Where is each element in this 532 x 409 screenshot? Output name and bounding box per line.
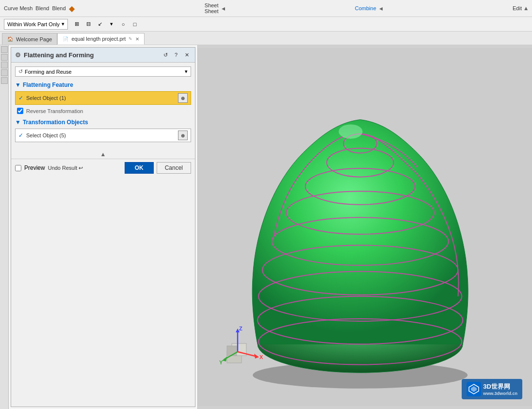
transformation-objects-header[interactable]: ▼ Transformation Objects xyxy=(15,119,191,126)
strip-btn-4[interactable] xyxy=(1,69,8,76)
left-panel: Flattening and Forming xyxy=(9,45,198,409)
blend2-label: Blend xyxy=(52,5,65,11)
flattening-dialog: Flattening and Forming xyxy=(11,47,195,407)
watermark-icon xyxy=(467,382,481,396)
strip-btn-2[interactable] xyxy=(1,54,8,61)
strip-btn-5[interactable] xyxy=(1,77,8,84)
tab-project-edit-icon: ✎ xyxy=(129,36,132,41)
dialog-refresh-icon xyxy=(163,52,168,58)
dialog-gear-icon xyxy=(15,51,21,59)
collapse-arrow[interactable] xyxy=(11,150,195,159)
tab-project-label: equal length project.prt xyxy=(71,36,126,42)
toolbar-icon-orange: ◆ xyxy=(69,4,75,13)
svg-marker-27 xyxy=(471,386,477,392)
select-object-highlighted-row[interactable]: ✓ Select Object (1) ⊕ xyxy=(15,91,191,105)
watermark-sub: www.3dworld.cn xyxy=(483,391,517,396)
transformation-objects-label: Transformation Objects xyxy=(23,119,88,126)
coordinate-axes: Z X Y xyxy=(217,322,266,370)
selector-bar: Within Work Part Only ⊞ ⊟ ↙ ▾ ○ □ xyxy=(0,17,532,32)
dialog-title-text: Flattening and Forming xyxy=(24,51,94,59)
svg-text:Z: Z xyxy=(239,326,242,331)
toolbar-icon-3[interactable]: ↙ xyxy=(95,19,105,29)
tab-close-button[interactable]: ✕ xyxy=(135,36,139,42)
work-part-chevron-icon xyxy=(62,21,64,27)
svg-point-13 xyxy=(339,124,362,139)
forming-dropdown-chevron-icon xyxy=(185,68,188,75)
flattening-feature-header[interactable]: ▼ Flattening Feature xyxy=(15,82,191,88)
dialog-title-group: Flattening and Forming xyxy=(15,51,94,59)
select-object-text: Select Object (1) xyxy=(26,95,175,101)
tab-bar: 🏠 Welcome Page 📄 equal length project.pr… xyxy=(0,32,532,45)
strip-btn-3[interactable] xyxy=(1,62,8,68)
svg-text:Y: Y xyxy=(219,360,223,365)
curve-mesh-label: Curve Mesh xyxy=(4,5,32,11)
transformation-objects-section: ▼ Transformation Objects ✓ Select Object… xyxy=(15,119,191,142)
reverse-transformation-label: Reverse Transformation xyxy=(26,108,83,114)
undo-result-button[interactable]: Undo Result xyxy=(48,165,83,171)
select-object2-text: Select Object (5) xyxy=(26,132,175,138)
strip-btn-1[interactable] xyxy=(1,46,8,53)
toolbar-icon-dropdown[interactable]: ▾ xyxy=(107,19,116,29)
transformation-objects-chevron-icon: ▼ xyxy=(15,119,21,126)
flattening-feature-chevron-icon: ▼ xyxy=(15,82,21,88)
tab-project-icon: 📄 xyxy=(63,36,68,42)
toolbar-icons: ⊞ ⊟ ↙ ▾ ○ □ xyxy=(72,19,140,29)
tab-welcome-icon: 🏠 xyxy=(7,36,13,42)
dialog-header: Flattening and Forming xyxy=(11,48,195,63)
dialog-help-icon xyxy=(175,52,177,58)
forming-refresh-icon: ↺ xyxy=(18,68,23,75)
forming-dropdown[interactable]: ↺ Forming and Reuse xyxy=(15,66,191,77)
left-strip xyxy=(0,45,9,409)
sheet2-label: Sheet xyxy=(205,8,219,14)
sheet-label: Sheet xyxy=(205,2,219,8)
forming-dropdown-value: Forming and Reuse xyxy=(25,69,72,75)
crosshair-icon: ⊕ xyxy=(181,96,185,101)
collapse-up-icon xyxy=(100,151,106,158)
toolbar-icon-1[interactable]: ⊞ xyxy=(72,19,81,29)
edit-label: Edit xyxy=(513,5,522,11)
blend-label: Blend xyxy=(35,5,49,11)
toolbar-icon-4[interactable]: ○ xyxy=(118,19,128,29)
select-object2-crosshair-button[interactable]: ⊕ xyxy=(178,131,188,140)
viewport[interactable]: Z X Y 3D世界网 xyxy=(198,45,532,409)
undo-result-label: Undo Result xyxy=(48,165,78,171)
dialog-refresh-button[interactable] xyxy=(161,50,170,59)
flattening-feature-section: ▼ Flattening Feature ✓ Select Object (1)… xyxy=(15,82,191,115)
toolbar-icon-2[interactable]: ⊟ xyxy=(83,19,93,29)
flattening-feature-label: Flattening Feature xyxy=(23,82,73,88)
work-part-dropdown-value: Within Work Part Only xyxy=(7,21,60,27)
preview-label: Preview xyxy=(24,164,45,171)
dialog-body: ↺ Forming and Reuse ▼ Flattening Feature… xyxy=(11,63,195,150)
select-object-check-icon: ✓ xyxy=(18,95,23,101)
reverse-transformation-row: Reverse Transformation xyxy=(15,107,191,115)
dialog-close-icon xyxy=(185,52,189,58)
footer-left: Preview Undo Result xyxy=(15,164,83,171)
preview-checkbox[interactable] xyxy=(15,165,21,171)
select-object-crosshair-button[interactable]: ⊕ xyxy=(178,93,188,103)
tab-welcome[interactable]: 🏠 Welcome Page xyxy=(2,33,57,45)
dialog-help-button[interactable] xyxy=(172,50,180,59)
svg-marker-24 xyxy=(222,357,227,361)
svg-rect-16 xyxy=(227,346,237,356)
toolbar-icon-5[interactable]: □ xyxy=(130,19,140,29)
undo-icon xyxy=(79,165,83,171)
work-part-dropdown[interactable]: Within Work Part Only xyxy=(4,19,68,30)
cancel-button[interactable]: Cancel xyxy=(157,162,191,174)
forming-dropdown-left: ↺ Forming and Reuse xyxy=(18,68,72,75)
ok-button[interactable]: OK xyxy=(125,162,154,174)
svg-marker-21 xyxy=(254,354,259,359)
tab-project[interactable]: 📄 equal length project.prt ✎ ✕ xyxy=(57,33,145,45)
reverse-transformation-checkbox[interactable] xyxy=(17,108,23,114)
dialog-close-button[interactable] xyxy=(182,50,191,59)
select-object2-check-icon: ✓ xyxy=(18,132,23,139)
main-layout: Flattening and Forming xyxy=(0,45,532,409)
combine-label: Combine xyxy=(355,5,376,11)
tab-welcome-label: Welcome Page xyxy=(16,36,52,42)
watermark-text: 3D世界网 xyxy=(483,382,517,391)
select-object-normal-row[interactable]: ✓ Select Object (5) ⊕ xyxy=(15,129,191,142)
footer-right: OK Cancel xyxy=(125,162,191,174)
crosshair2-icon: ⊕ xyxy=(181,133,185,138)
svg-text:X: X xyxy=(259,354,263,360)
dialog-controls xyxy=(161,50,191,59)
main-toolbar: Curve Mesh Blend Blend ◆ Sheet Sheet ◂ C… xyxy=(0,0,532,17)
